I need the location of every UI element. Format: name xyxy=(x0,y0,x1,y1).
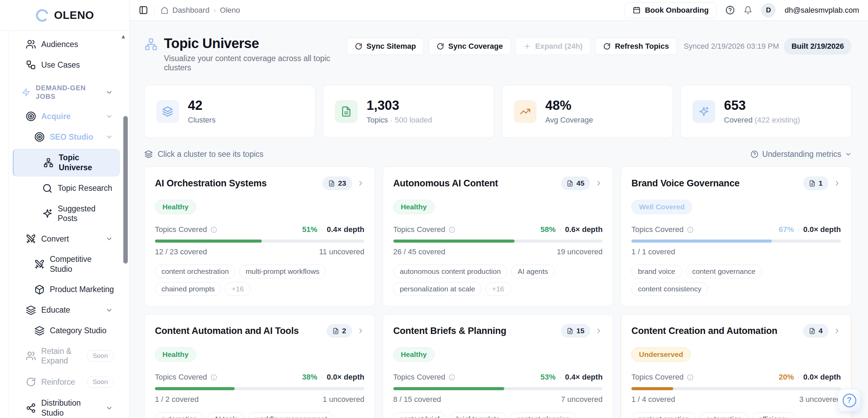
sidebar-item-retain-expand[interactable]: Retain & ExpandSoon xyxy=(13,343,120,370)
help-circle-icon xyxy=(751,150,758,158)
cluster-card-brand-voice-governance[interactable]: Brand Voice Governance1Well CoveredTopic… xyxy=(621,166,852,306)
page-header-left: Topic Universe Visualize your content co… xyxy=(144,36,347,72)
stat-label-sub: (422 existing) xyxy=(753,116,800,124)
coverage-progress-fill xyxy=(393,240,515,243)
help-circle-icon[interactable] xyxy=(725,5,735,15)
cluster-card-content-briefs-planning[interactable]: Content Briefs & Planning15HealthyTopics… xyxy=(383,314,613,418)
separator-dot: · xyxy=(797,373,800,382)
sidebar-item-category-studio[interactable]: Category Studio xyxy=(13,322,120,339)
cluster-status-row: Healthy xyxy=(155,347,364,362)
sidebar-item-audiences[interactable]: Audiences xyxy=(13,36,120,53)
refresh-topics-button[interactable]: Refresh Topics xyxy=(595,38,677,55)
stat-label: Topics · 500 loaded xyxy=(367,116,432,125)
separator-dot: · xyxy=(559,225,562,234)
home-icon[interactable] xyxy=(161,7,168,14)
sidebar-nav-wrap: ▲ AudiencesUse CasesDEMAND-GEN JOBSAcqui… xyxy=(0,31,129,418)
synced-timestamp: Synced 2/19/2026 03:19 PM xyxy=(684,42,779,51)
user-email[interactable]: dh@salesmvplab.com xyxy=(785,6,859,15)
stat-text: 42Clusters xyxy=(188,98,216,125)
info-icon xyxy=(687,374,694,381)
sidebar-item-acquire[interactable]: Acquire xyxy=(13,108,120,125)
sidebar-scrollbar-thumb[interactable] xyxy=(123,116,128,264)
topbar: Dashboard › Oleno Book Onboarding D dh@s… xyxy=(130,0,868,21)
breadcrumb-home[interactable]: Dashboard xyxy=(172,6,210,15)
cluster-header-right: 4 xyxy=(803,324,841,338)
expand-24h-button[interactable]: Expand (24h) xyxy=(516,38,590,55)
coverage-progress-bar xyxy=(393,387,603,390)
sidebar-item-suggested-posts[interactable]: Suggested Posts xyxy=(13,200,120,227)
understanding-metrics-toggle[interactable]: Understanding metrics xyxy=(751,150,852,159)
stat-label: Covered (422 existing) xyxy=(724,116,800,125)
bell-icon[interactable] xyxy=(744,6,752,14)
hierarchy-icon xyxy=(144,37,158,51)
status-badge: Healthy xyxy=(155,347,196,362)
topics-covered-label: Topics Covered xyxy=(155,225,207,234)
sidebar-item-demand-gen-jobs[interactable]: DEMAND-GEN JOBS xyxy=(13,80,120,104)
breadcrumb-current[interactable]: Oleno xyxy=(220,6,240,15)
sync-sitemap-button[interactable]: Sync Sitemap xyxy=(347,38,424,55)
cluster-card-autonomous-ai-content[interactable]: Autonomous AI Content45HealthyTopics Cov… xyxy=(383,166,613,306)
refresh-icon xyxy=(355,43,362,50)
depth-value: 0.0× depth xyxy=(803,225,841,234)
sidebar-item-product-marketing[interactable]: Product Marketing xyxy=(13,281,120,298)
cluster-card-ai-orchestration-systems[interactable]: AI Orchestration Systems23HealthyTopics … xyxy=(144,166,375,306)
expand-24h-label: Expand (24h) xyxy=(535,42,583,51)
logo-ring-icon xyxy=(35,9,49,22)
covered-counts-row: 1 / 1 covered xyxy=(631,247,841,256)
coverage-percent: 51% xyxy=(302,225,317,234)
book-onboarding-button[interactable]: Book Onboarding xyxy=(625,2,717,18)
topics-covered-label-group: Topics Covered xyxy=(155,225,217,234)
chevron-down-icon xyxy=(105,235,113,243)
topics-covered-label: Topics Covered xyxy=(631,225,684,234)
refresh-topics-label: Refresh Topics xyxy=(615,42,669,51)
target-icon xyxy=(26,111,36,121)
sidebar-item-competitive-studio[interactable]: Competitive Studio xyxy=(13,251,120,278)
coverage-meta-row: Topics Covered58%·0.6× depth xyxy=(393,225,603,234)
coverage-values: 38%·0.0× depth xyxy=(302,373,364,382)
scroll-up-button[interactable]: ▲ xyxy=(119,34,127,40)
cluster-header-right: 23 xyxy=(323,176,364,190)
chevron-right-icon xyxy=(833,179,841,187)
sidebar-item-convert[interactable]: Convert xyxy=(13,230,120,247)
file-text-icon-wrap xyxy=(335,100,358,123)
cluster-tags: content orchestrationmulti-prompt workfl… xyxy=(155,265,364,296)
sidebar-item-topic-research[interactable]: Topic Research xyxy=(13,180,120,197)
sidebar-item-distribution-studio[interactable]: Distribution Studio xyxy=(13,395,120,418)
cluster-tags: content creationautomationefficiency xyxy=(631,412,841,418)
cluster-card-content-creation-and-automation[interactable]: Content Creation and Automation4Underser… xyxy=(621,314,852,418)
refresh-icon xyxy=(26,377,36,387)
trending-up-icon-wrap xyxy=(514,100,537,123)
cluster-title: AI Orchestration Systems xyxy=(155,178,272,189)
cluster-card-content-automation-and-ai-tools[interactable]: Content Automation and AI Tools2HealthyT… xyxy=(144,314,375,418)
sidebar-item-seo-studio[interactable]: SEO Studio xyxy=(13,128,120,146)
layers-icon xyxy=(144,150,153,159)
chevron-down-icon xyxy=(105,89,113,96)
page-header-actions: Sync SitemapSync CoverageExpand (24h)Ref… xyxy=(347,38,852,55)
tag-ai-tools: AI tools xyxy=(207,412,245,418)
topics-covered-label-group: Topics Covered xyxy=(393,373,455,382)
help-fab-button[interactable]: ? xyxy=(838,389,861,412)
covered-count: 26 / 45 covered xyxy=(393,247,446,256)
avatar[interactable]: D xyxy=(761,3,776,18)
sidebar-item-educate[interactable]: Educate xyxy=(13,302,120,319)
info-icon xyxy=(211,374,217,381)
chevron-right-icon xyxy=(357,327,364,335)
sidebar-item-reinforce[interactable]: ReinforceSoon xyxy=(13,373,120,391)
main-area: Dashboard › Oleno Book Onboarding D dh@s… xyxy=(130,0,868,418)
tag-16: +16 xyxy=(225,282,250,296)
sidebar-item-use-cases[interactable]: Use Cases xyxy=(13,56,120,73)
refresh-icon xyxy=(437,43,444,50)
app-logo[interactable]: OLENO xyxy=(0,0,129,31)
topic-count-badge: 45 xyxy=(561,176,590,190)
tag-brand-voice: brand voice xyxy=(631,265,682,278)
layers-icon xyxy=(162,106,173,117)
sidebar-item-topic-universe[interactable]: Topic Universe xyxy=(13,149,120,176)
tag-brief-template: brief template xyxy=(450,412,506,418)
sidebar-toggle-icon[interactable] xyxy=(139,5,148,15)
sync-coverage-button[interactable]: Sync Coverage xyxy=(429,38,511,55)
coverage-percent: 38% xyxy=(302,373,317,382)
coverage-percent: 20% xyxy=(779,373,794,382)
package-icon xyxy=(34,285,45,295)
info-icon xyxy=(211,227,217,233)
cluster-header-right: 1 xyxy=(803,176,841,190)
